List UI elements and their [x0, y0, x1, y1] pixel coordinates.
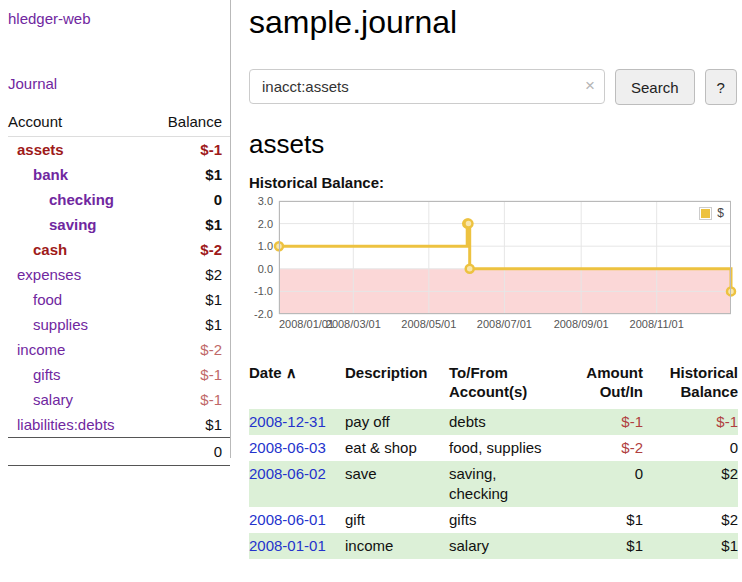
account-row: supplies$1	[8, 312, 230, 337]
accounts-body: assets$-1bank$1checking0saving$1cash$-2e…	[8, 137, 230, 438]
account-link[interactable]: liabilities:debts	[17, 416, 115, 433]
account-link[interactable]: assets	[17, 141, 64, 158]
accounts-total-balance: 0	[148, 438, 230, 466]
search-form: × Search ?	[249, 69, 738, 105]
col-date-sort[interactable]: Date ∧	[249, 361, 345, 409]
transaction-description: gift	[345, 507, 449, 533]
chart-legend: $	[695, 204, 728, 222]
sidebar: hledger-web Journal Account Balance asse…	[0, 0, 231, 458]
search-box: ×	[249, 69, 605, 104]
transaction-row: 2008-12-31pay offdebts$-1$-1	[249, 409, 738, 435]
account-link[interactable]: expenses	[17, 266, 81, 283]
account-heading: assets	[249, 129, 738, 160]
transaction-description: income	[345, 533, 449, 559]
account-link[interactable]: cash	[33, 241, 67, 258]
y-tick-label: 2.0	[258, 218, 273, 230]
legend-label: $	[717, 206, 724, 220]
help-button[interactable]: ?	[705, 69, 737, 105]
transaction-description: save	[345, 461, 449, 507]
transaction-accounts: food, supplies	[449, 435, 561, 461]
account-balance: $1	[148, 312, 230, 337]
col-amount: Amount Out/In	[561, 361, 643, 409]
account-link[interactable]: supplies	[33, 316, 88, 333]
y-tick-label: -2.0	[254, 308, 273, 320]
transaction-accounts: gifts	[449, 507, 561, 533]
accounts-table: Account Balance assets$-1bank$1checking0…	[8, 110, 230, 466]
chart-x-axis: 2008/01/012008/03/012008/05/012008/07/01…	[279, 318, 731, 332]
chart-title: Historical Balance:	[249, 174, 738, 191]
clear-search-icon[interactable]: ×	[585, 76, 595, 96]
transaction-date-link[interactable]: 2008-06-03	[249, 439, 326, 456]
transaction-row: 2008-01-01incomesalary$1$1	[249, 533, 738, 559]
account-balance: $1	[148, 162, 230, 187]
account-balance: $2	[148, 262, 230, 287]
account-link[interactable]: salary	[33, 391, 73, 408]
transaction-date-link[interactable]: 2008-12-31	[249, 413, 326, 430]
legend-swatch-icon	[699, 207, 712, 220]
transaction-amount: $-2	[561, 435, 643, 461]
data-point-marker	[466, 265, 474, 273]
account-row: checking0	[8, 187, 230, 212]
account-balance: $1	[148, 287, 230, 312]
transaction-amount: 0	[561, 461, 643, 507]
balance-chart-svg	[279, 201, 731, 314]
search-input[interactable]	[249, 69, 605, 104]
transactions-table: Date ∧ Description To/From Account(s) Am…	[249, 361, 738, 559]
account-balance: 0	[148, 187, 230, 212]
transactions-body: 2008-12-31pay offdebts$-1$-12008-06-03ea…	[249, 409, 738, 559]
transaction-date-link[interactable]: 2008-01-01	[249, 537, 326, 554]
balance-chart: 3.02.01.00.0-1.0-2.0 $ 2008/01/012008/03…	[249, 201, 738, 337]
account-link[interactable]: saving	[49, 216, 97, 233]
transaction-date-link[interactable]: 2008-06-02	[249, 465, 326, 482]
transaction-accounts: salary	[449, 533, 561, 559]
account-row: liabilities:debts$1	[8, 412, 230, 438]
account-row: bank$1	[8, 162, 230, 187]
account-link[interactable]: food	[33, 291, 62, 308]
accounts-header-row: Account Balance	[8, 110, 230, 137]
chart-plot-area: $ 2008/01/012008/03/012008/05/012008/07/…	[279, 201, 731, 314]
search-button[interactable]: Search	[615, 69, 695, 105]
transaction-row: 2008-06-03eat & shopfood, supplies$-20	[249, 435, 738, 461]
transaction-amount: $-1	[561, 409, 643, 435]
x-tick-label: 2008/03/01	[326, 318, 381, 330]
transaction-amount: $1	[561, 533, 643, 559]
account-link[interactable]: checking	[49, 191, 114, 208]
account-row: saving$1	[8, 212, 230, 237]
account-link[interactable]: income	[17, 341, 65, 358]
app-title-link[interactable]: hledger-web	[8, 10, 230, 27]
account-balance: $-1	[148, 387, 230, 412]
transaction-date-link[interactable]: 2008-06-01	[249, 511, 326, 528]
transaction-balance: 0	[643, 435, 738, 461]
account-balance: $-2	[148, 237, 230, 262]
transaction-description: eat & shop	[345, 435, 449, 461]
account-balance: $-1	[148, 137, 230, 163]
accounts-total-row: 0	[8, 438, 230, 466]
journal-nav-link[interactable]: Journal	[8, 75, 230, 92]
account-row: cash$-2	[8, 237, 230, 262]
account-balance: $-2	[148, 337, 230, 362]
chart-y-axis: 3.02.01.00.0-1.0-2.0	[249, 201, 279, 314]
col-date-label: Date	[249, 364, 282, 381]
transaction-balance: $-1	[643, 409, 738, 435]
account-link[interactable]: gifts	[33, 366, 61, 383]
x-tick-label: 2008/05/01	[401, 318, 456, 330]
account-row: salary$-1	[8, 387, 230, 412]
account-row: food$1	[8, 287, 230, 312]
transaction-balance: $2	[643, 507, 738, 533]
col-description: Description	[345, 361, 449, 409]
transaction-balance: $1	[643, 533, 738, 559]
page-title: sample.journal	[249, 4, 738, 41]
account-balance: $1	[148, 412, 230, 438]
transactions-header-row: Date ∧ Description To/From Account(s) Am…	[249, 361, 738, 409]
account-balance: $-1	[148, 362, 230, 387]
x-tick-label: 2008/09/01	[554, 318, 609, 330]
y-tick-label: 3.0	[258, 195, 273, 207]
account-link[interactable]: bank	[33, 166, 68, 183]
col-accounts: To/From Account(s)	[449, 361, 561, 409]
sort-asc-icon: ∧	[286, 364, 297, 381]
col-balance: Historical Balance	[643, 361, 738, 409]
data-point-marker	[464, 220, 472, 228]
transaction-description: pay off	[345, 409, 449, 435]
accounts-header-account: Account	[8, 110, 148, 137]
accounts-header-balance: Balance	[148, 110, 230, 137]
